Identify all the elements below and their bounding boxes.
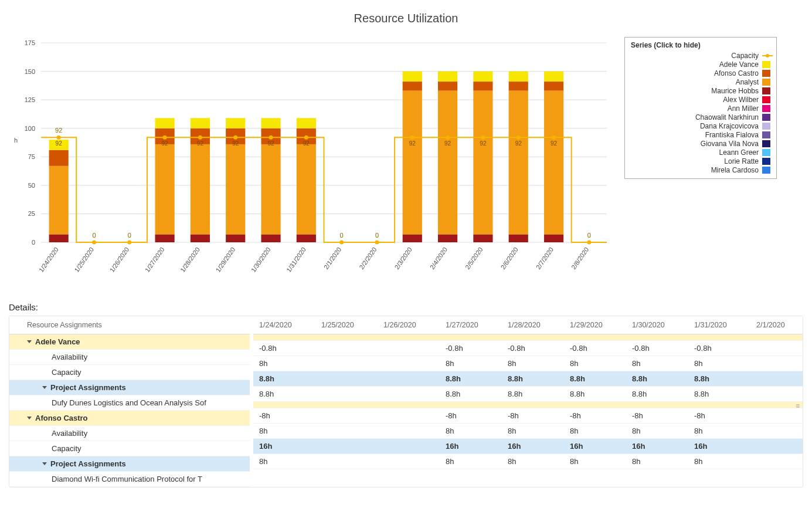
legend-item-label: Mirela Cardoso <box>711 166 759 174</box>
details-row[interactable]: Project Assignments <box>9 456 250 472</box>
legend-swatch-icon <box>762 70 770 77</box>
svg-text:92: 92 <box>232 140 239 147</box>
bar-segment[interactable] <box>473 234 492 242</box>
svg-text:150: 150 <box>25 68 35 75</box>
details-row[interactable]: Dufy Dunes Logistics and Ocean Analysis … <box>9 395 250 411</box>
capacity-marker[interactable] <box>269 136 273 140</box>
bar-segment[interactable] <box>509 72 528 82</box>
bar-segment[interactable] <box>49 234 69 242</box>
details-row[interactable]: Adele Vance <box>9 334 250 350</box>
legend-item[interactable]: Giovana Vila Nova <box>631 140 770 148</box>
bar-segment[interactable] <box>403 82 422 91</box>
bar-segment[interactable] <box>509 82 528 91</box>
capacity-marker[interactable] <box>57 136 61 140</box>
bar-segment[interactable] <box>544 82 563 91</box>
capacity-marker[interactable] <box>339 241 344 245</box>
details-cell <box>564 402 626 408</box>
capacity-marker[interactable] <box>375 241 379 245</box>
bar-segment[interactable] <box>473 91 492 235</box>
legend-item[interactable]: Alex Wilber <box>631 96 770 104</box>
details-data-grid: 1/24/20201/25/20201/26/20201/27/20201/28… <box>253 316 803 487</box>
bar-segment[interactable] <box>544 72 563 82</box>
bar-segment[interactable] <box>509 91 528 235</box>
capacity-marker[interactable] <box>92 241 96 245</box>
bar-segment[interactable] <box>438 91 457 235</box>
bar-segment[interactable] <box>544 91 563 235</box>
bar-segment[interactable] <box>438 234 457 242</box>
capacity-marker[interactable] <box>517 136 521 140</box>
bar-segment[interactable] <box>473 82 492 91</box>
bar-segment[interactable] <box>403 72 422 82</box>
details-row[interactable]: Afonso Castro <box>9 411 250 426</box>
bar-segment[interactable] <box>49 166 69 235</box>
capacity-marker[interactable] <box>163 136 167 140</box>
legend-item[interactable]: Lorie Ratte <box>631 157 770 165</box>
legend-item[interactable]: Ann Miller <box>631 104 770 113</box>
capacity-marker[interactable] <box>481 136 485 140</box>
svg-text:0: 0 <box>128 232 131 239</box>
bar-segment[interactable] <box>297 118 316 128</box>
details-row[interactable]: Project Assignments <box>9 380 250 395</box>
details-row[interactable]: Capacity <box>9 441 250 456</box>
legend-item[interactable]: Leann Greer <box>631 148 770 157</box>
legend-item[interactable]: Maurice Hobbs <box>631 87 770 95</box>
legend-item[interactable]: Mirela Cardoso <box>631 166 770 174</box>
bar-segment[interactable] <box>155 144 175 234</box>
bar-segment[interactable] <box>509 234 528 242</box>
details-row[interactable]: Availability <box>9 350 250 365</box>
bar-segment[interactable] <box>261 234 280 242</box>
bar-segment[interactable] <box>403 91 422 235</box>
details-cell: -8h <box>564 408 626 424</box>
bar-segment[interactable] <box>297 234 316 242</box>
bar-segment[interactable] <box>438 82 457 91</box>
capacity-marker[interactable] <box>410 136 415 140</box>
capacity-marker[interactable] <box>233 136 237 140</box>
details-cell <box>440 334 502 341</box>
bar-segment[interactable] <box>155 234 175 242</box>
capacity-marker[interactable] <box>587 241 591 245</box>
legend-item-label: Afonso Castro <box>714 69 759 77</box>
details-row-label: Availability <box>52 429 87 438</box>
bar-segment[interactable] <box>191 118 210 128</box>
details-row-label: Capacity <box>52 444 81 453</box>
expand-caret-icon[interactable] <box>42 386 47 389</box>
details-row[interactable]: Availability <box>9 426 250 441</box>
capacity-marker[interactable] <box>552 136 556 140</box>
bar-segment[interactable] <box>438 72 457 82</box>
legend-item[interactable]: Chaowalit Narkhirun <box>631 113 770 121</box>
details-cell: -0.8h <box>502 341 564 356</box>
bar-segment[interactable] <box>155 118 175 128</box>
expand-caret-icon[interactable] <box>27 340 32 343</box>
bar-segment[interactable] <box>191 234 210 242</box>
capacity-marker[interactable] <box>127 241 131 245</box>
bar-segment[interactable] <box>226 144 245 234</box>
bar-segment[interactable] <box>49 150 69 166</box>
expand-caret-icon[interactable] <box>42 462 47 465</box>
details-cell: 8.8h <box>626 387 688 402</box>
details-row[interactable]: Capacity <box>9 365 250 380</box>
bar-segment[interactable] <box>297 144 316 234</box>
capacity-marker[interactable] <box>304 136 308 140</box>
bar-segment[interactable] <box>403 234 422 242</box>
legend-item[interactable]: Frantiska Fialova <box>631 131 770 139</box>
scroll-indicator-icon[interactable]: ≡ <box>796 402 801 410</box>
bar-segment[interactable] <box>473 72 492 82</box>
legend-item[interactable]: Adele Vance <box>631 60 770 69</box>
bar-segment[interactable] <box>226 234 245 242</box>
bar-segment[interactable] <box>261 144 280 234</box>
legend-item[interactable]: Analyst <box>631 78 770 86</box>
details-row[interactable]: Diamond Wi-fi Communication Protocol for… <box>9 472 250 487</box>
svg-text:h: h <box>14 137 18 144</box>
capacity-marker[interactable] <box>198 136 202 140</box>
capacity-marker[interactable] <box>446 136 450 140</box>
legend-item[interactable]: Afonso Castro <box>631 69 770 77</box>
legend-item[interactable]: Dana Krajcovicova <box>631 122 770 130</box>
bar-segment[interactable] <box>261 118 280 128</box>
expand-caret-icon[interactable] <box>27 417 32 419</box>
svg-text:1/28/2020: 1/28/2020 <box>179 246 201 273</box>
details-row-data: 8h8h8h8h8h8h <box>253 454 803 469</box>
bar-segment[interactable] <box>226 118 245 128</box>
bar-segment[interactable] <box>191 144 210 234</box>
legend-item[interactable]: Capacity <box>631 52 770 60</box>
bar-segment[interactable] <box>544 234 563 242</box>
